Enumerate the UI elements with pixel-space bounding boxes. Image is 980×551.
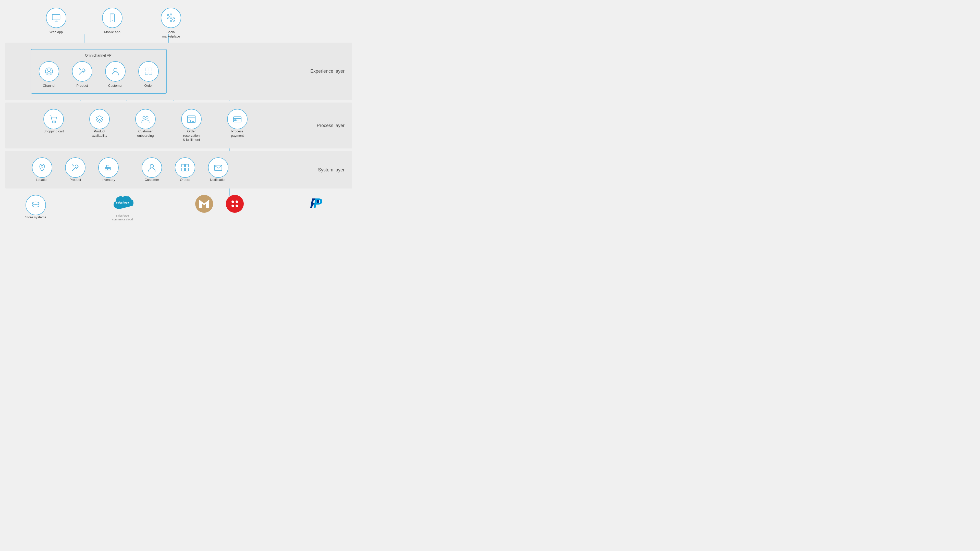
location-icon: [37, 163, 47, 172]
customer-exp-label: Customer: [108, 84, 123, 88]
order-node: Order: [138, 61, 159, 88]
svg-rect-87: [186, 164, 188, 167]
customer-sys-node: Customer: [135, 157, 169, 182]
twilio-item: [220, 195, 250, 213]
location-node: Location: [25, 157, 59, 182]
svg-rect-60: [149, 68, 152, 71]
svg-point-36: [170, 14, 172, 15]
svg-point-96: [235, 200, 238, 203]
svg-point-40: [167, 14, 169, 16]
twilio-circle: [226, 195, 244, 213]
gmail-icon: [199, 200, 210, 208]
svg-point-97: [231, 205, 234, 207]
web-app-icon: [51, 13, 61, 23]
product-exp-icon: [77, 67, 87, 76]
process-nodes: Shopping cart Product availability: [10, 109, 306, 142]
order-circle: [138, 61, 159, 82]
product-avail-label: Product availability: [87, 129, 112, 138]
svg-rect-70: [234, 117, 241, 122]
product-exp-circle: [72, 61, 92, 82]
store-systems-icon: [31, 200, 41, 210]
system-nodes: Location Product: [10, 157, 306, 182]
order-reserv-label: Order reservation & fulfillment: [179, 129, 204, 142]
salesforce-label: salesforcecommerce cloud: [112, 214, 133, 221]
notification-node: Notification: [202, 157, 235, 182]
order-label: Order: [144, 84, 153, 88]
gmail-circle: [195, 195, 213, 213]
svg-point-37: [170, 21, 172, 22]
svg-rect-89: [186, 168, 188, 171]
process-payment-circle: [227, 109, 248, 129]
shopping-cart-icon: [49, 114, 59, 124]
social-marketplace-circle: [161, 8, 181, 28]
inventory-node: Inventory: [92, 157, 125, 182]
channel-node: Channel: [39, 61, 59, 88]
notification-circle: [208, 157, 228, 178]
svg-text:salesforce: salesforce: [116, 201, 129, 204]
svg-rect-81: [107, 165, 109, 168]
notification-icon: [213, 163, 223, 172]
salesforce-item: salesforce salesforcecommerce cloud: [97, 195, 148, 221]
process-layer-label: Process layer: [317, 123, 345, 128]
svg-point-66: [146, 116, 148, 119]
paypal-item: P P: [301, 195, 332, 213]
process-payment-icon: [232, 114, 242, 124]
gmail-item: [189, 195, 220, 213]
shopping-cart-circle: [43, 109, 64, 129]
social-marketplace-node: Social marketplace: [158, 8, 184, 39]
diagram-wrapper: Web app Mobile app: [0, 0, 357, 229]
bottom-logos-section: Store systems salesforce: [5, 191, 352, 221]
svg-text:P: P: [313, 196, 322, 210]
system-layer: System layer Location: [5, 151, 352, 189]
svg-point-95: [231, 200, 234, 203]
channel-label: Channel: [43, 84, 55, 88]
mobile-app-circle: [102, 8, 123, 28]
svg-line-78: [73, 165, 74, 166]
svg-rect-72: [234, 120, 237, 121]
product-exp-node: Product: [72, 61, 92, 88]
full-diagram: Web app Mobile app: [5, 8, 352, 221]
channel-icon: [44, 67, 54, 76]
process-layer: Process layer Shopping cart: [5, 103, 352, 149]
salesforce-logo: salesforce salesforcecommerce cloud: [107, 195, 138, 221]
orders-sys-label: Orders: [180, 178, 190, 182]
web-app-circle: [46, 8, 66, 28]
svg-point-33: [112, 21, 113, 21]
omnichannel-box: Omnichannel API: [30, 49, 167, 94]
product-avail-node: Product availability: [76, 109, 123, 138]
process-payment-label: Process payment: [224, 129, 250, 138]
social-marketplace-label: Social marketplace: [158, 30, 184, 39]
customer-onboard-icon: [141, 114, 150, 124]
product-avail-circle: [89, 109, 110, 129]
svg-point-41: [173, 20, 175, 21]
inventory-circle: [98, 157, 119, 178]
product-exp-label: Product: [76, 84, 88, 88]
product-sys-icon: [70, 163, 80, 172]
svg-point-65: [143, 116, 145, 119]
order-reserv-icon: [186, 114, 196, 124]
orders-sys-node: Orders: [169, 157, 202, 182]
svg-line-46: [169, 16, 170, 17]
svg-point-74: [41, 165, 43, 168]
customer-onboard-node: Customer onboarding: [123, 109, 169, 138]
svg-rect-80: [108, 168, 110, 170]
svg-rect-79: [105, 168, 108, 170]
omnichannel-title: Omnichannel API: [85, 53, 113, 57]
product-avail-icon: [95, 114, 104, 124]
svg-point-93: [32, 202, 39, 205]
store-systems-label: Store systems: [25, 215, 46, 220]
order-reserv-circle: [181, 109, 202, 129]
channel-circle: [39, 61, 59, 82]
experience-layer-label: Experience layer: [310, 68, 345, 74]
svg-rect-86: [182, 164, 185, 167]
customer-onboard-circle: [135, 109, 156, 129]
customer-exp-node: Customer: [105, 61, 126, 88]
svg-rect-88: [182, 168, 185, 171]
mobile-app-label: Mobile app: [104, 30, 121, 35]
svg-point-63: [52, 121, 53, 123]
shopping-cart-node: Shopping cart: [30, 109, 76, 134]
omnichannel-nodes: Channel: [39, 61, 159, 88]
customer-sys-circle: [142, 157, 162, 178]
product-sys-label: Product: [70, 178, 81, 182]
customer-onboard-label: Customer onboarding: [137, 129, 154, 138]
